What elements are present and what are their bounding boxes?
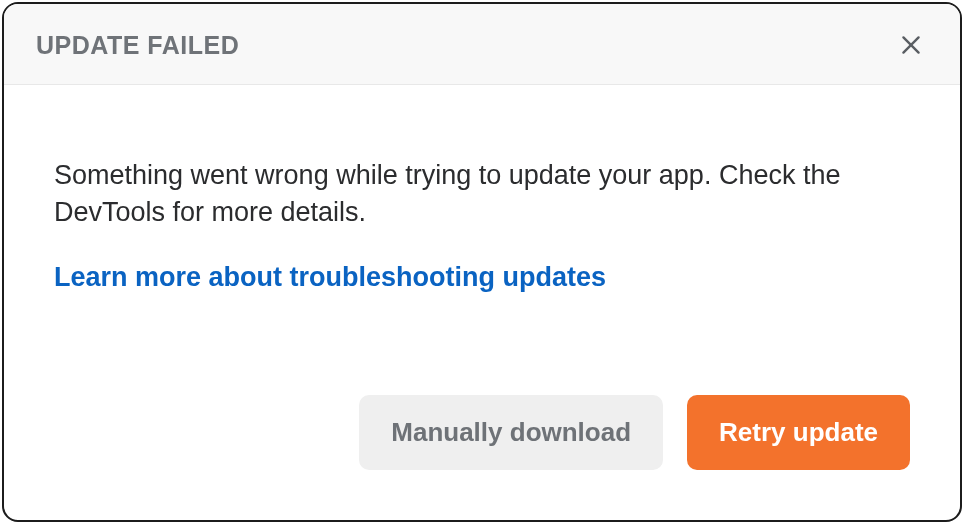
close-button[interactable] [894,28,928,62]
dialog-header: UPDATE FAILED [4,4,960,85]
dialog-footer: Manually download Retry update [4,395,960,520]
retry-update-button[interactable]: Retry update [687,395,910,470]
error-message: Something went wrong while trying to upd… [54,157,910,232]
dialog-title: UPDATE FAILED [36,31,239,60]
manually-download-button[interactable]: Manually download [359,395,663,470]
troubleshooting-link[interactable]: Learn more about troubleshooting updates [54,262,910,293]
update-failed-dialog: UPDATE FAILED Something went wrong while… [2,2,962,522]
close-icon [898,32,924,58]
dialog-body: Something went wrong while trying to upd… [4,85,960,395]
